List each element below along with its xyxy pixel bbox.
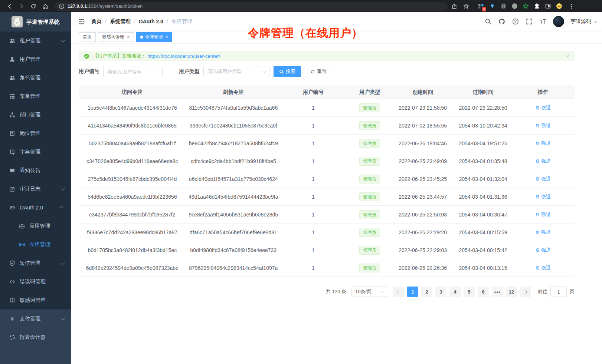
tab-oauth2-token[interactable]: 令牌管理× xyxy=(136,32,173,42)
user-id-input[interactable] xyxy=(103,66,163,77)
column-header: 用户编号 xyxy=(281,85,346,99)
column-header: 访问令牌 xyxy=(79,85,186,99)
force-logout-button[interactable]: 强退 xyxy=(535,247,551,254)
sidebar-item-post[interactable]: 岗位管理 xyxy=(0,124,71,143)
page-button-4[interactable]: 4 xyxy=(449,287,461,297)
sidebar-item-oauth2-token[interactable]: 令牌管理 xyxy=(0,235,71,254)
extension-emoji-icon[interactable] xyxy=(554,2,563,11)
sidebar-item-notice[interactable]: 通知公告 xyxy=(0,161,71,180)
doc-link[interactable]: https://doc.iocoder.cn/user-center/ xyxy=(147,53,220,59)
force-logout-button[interactable]: 强退 xyxy=(535,229,551,236)
site-info-icon[interactable] xyxy=(59,2,65,11)
user-type-select[interactable]: 请选择用户类型 xyxy=(203,66,269,77)
extension-command-icon[interactable] xyxy=(499,2,508,11)
browser-home-icon[interactable] xyxy=(40,2,50,11)
force-logout-button[interactable]: 强退 xyxy=(535,211,551,218)
breadcrumb-item[interactable]: OAuth 2.0 xyxy=(139,19,163,24)
page-button-6[interactable]: 6 xyxy=(478,287,489,297)
pager-more-button[interactable]: ••• xyxy=(492,287,503,297)
extension-record-icon[interactable] xyxy=(510,2,519,11)
font-size-icon[interactable] xyxy=(539,18,547,25)
address-bar[interactable]: 127.0.0.1:1024/system/oauth2/token xyxy=(54,2,448,11)
page-button-3[interactable]: 3 xyxy=(435,287,446,297)
sidebar-item-label: 角色管理 xyxy=(20,75,40,81)
sidebar-item-dict[interactable]: 字典管理 xyxy=(0,143,71,161)
close-icon[interactable]: × xyxy=(566,53,569,59)
page-size-select[interactable]: 10条/页 xyxy=(351,287,387,297)
refresh-token-cell: e6cfd40eb1f54571a31e775e039c4624 xyxy=(186,170,281,188)
force-logout-button[interactable]: 强退 xyxy=(535,105,551,111)
access-token-cell: 54d6be82ee5a460a9aedc1f9bf223656 xyxy=(79,188,186,205)
close-icon[interactable]: × xyxy=(166,34,169,39)
breadcrumb-item[interactable]: 系统管理 xyxy=(110,18,131,25)
browser-menu-icon[interactable] xyxy=(566,2,577,11)
force-logout-button[interactable]: 强退 xyxy=(535,265,551,271)
close-icon[interactable]: × xyxy=(127,34,130,39)
table-row: c342377bf8b344799dcbf7bf095287f29ce8ef2a… xyxy=(79,206,575,224)
sidebar-item-role[interactable]: 角色管理 xyxy=(0,69,71,87)
sidebar-item-oauth2[interactable]: OAuth 2.0 xyxy=(0,198,71,217)
goto-page-input[interactable] xyxy=(550,287,567,297)
sidebar-item-menu[interactable]: 菜单管理 xyxy=(0,87,71,106)
sidebar-item-label: 通知公告 xyxy=(20,167,40,174)
sidebar-menu: 租户管理用户管理角色管理菜单管理部门管理岗位管理字典管理通知公告审计日志OAut… xyxy=(0,32,71,364)
search-button[interactable]: 搜索 xyxy=(274,66,301,77)
avatar[interactable] xyxy=(553,16,564,27)
github-icon[interactable] xyxy=(498,18,506,25)
access-token-cell: 275e5de9151045fe87cbdc395e004f4d xyxy=(79,170,186,188)
sidebar-item-report-designer[interactable]: 报表设计器 xyxy=(0,328,71,347)
reset-button[interactable]: 重置 xyxy=(305,66,332,77)
extension-gem-icon[interactable] xyxy=(488,2,497,11)
tab-home[interactable]: 首页 xyxy=(79,32,96,42)
page-button-1[interactable]: 1 xyxy=(407,287,418,297)
fullscreen-icon[interactable] xyxy=(526,18,533,25)
sidebar-item-user[interactable]: 用户管理 xyxy=(0,50,71,69)
table-body: 1ea5e44f8bc1467aaede43144f31de76811c5304… xyxy=(79,99,575,277)
force-logout-button[interactable]: 强退 xyxy=(535,158,551,165)
prev-page-button[interactable] xyxy=(393,287,404,297)
user-id-cell: 1 xyxy=(281,188,346,205)
page-button-2[interactable]: 2 xyxy=(421,287,432,297)
expire-time-cell: 2054-03-04 00:15:42 xyxy=(452,241,515,259)
browser-back-icon[interactable] xyxy=(4,2,15,11)
help-icon[interactable] xyxy=(512,18,519,25)
force-logout-button[interactable]: 强退 xyxy=(535,176,551,182)
sidebar-item-oauth2-app[interactable]: 应用管理 xyxy=(0,217,71,235)
user-menu[interactable]: 芋道源码 xyxy=(570,18,596,25)
announcement-icon xyxy=(9,168,15,174)
sidebar-item-tenant[interactable]: 租户管理 xyxy=(0,32,71,50)
sidebar-item-sms[interactable]: 短信管理 xyxy=(0,254,71,272)
breadcrumb-item[interactable]: 首页 xyxy=(91,18,102,25)
sidebar-collapse-icon[interactable] xyxy=(77,17,85,26)
bookmark-star-icon[interactable] xyxy=(461,2,471,11)
share-icon[interactable] xyxy=(449,2,459,11)
sidebar-item-sensitive-word[interactable]: 敏感词管理 xyxy=(0,291,71,310)
extension-blocks-icon[interactable]: 9 xyxy=(477,2,485,11)
sidebar-item-pay[interactable]: ¥支付管理 xyxy=(0,310,71,328)
sidebar-item-label: 菜单管理 xyxy=(20,93,40,100)
page-button-5[interactable]: 5 xyxy=(464,287,475,297)
action-cell: 强退 xyxy=(514,152,572,170)
extension-sidebar-icon[interactable] xyxy=(543,2,552,11)
force-logout-button[interactable]: 强退 xyxy=(535,193,551,200)
user-type-badge: 管理员 xyxy=(359,121,380,130)
tab-sensitive-word[interactable]: 敏感词管理× xyxy=(98,32,134,42)
search-icon[interactable] xyxy=(484,18,492,25)
chevron-down-icon xyxy=(262,69,266,73)
force-logout-button[interactable]: 强退 xyxy=(535,140,551,147)
browser-reload-icon[interactable] xyxy=(28,2,39,11)
force-logout-label: 强退 xyxy=(541,247,551,254)
browser-forward-icon[interactable] xyxy=(16,2,27,11)
sidebar-item-audit-log[interactable]: 审计日志 xyxy=(0,180,71,198)
extension-star-icon[interactable] xyxy=(521,2,530,11)
page-button-12[interactable]: 12 xyxy=(506,287,517,297)
force-logout-button[interactable]: 强退 xyxy=(535,122,551,129)
extension-puzzle-icon[interactable] xyxy=(532,2,541,11)
sidebar-item-dept[interactable]: 部门管理 xyxy=(0,106,71,124)
sidebar-item-error-code[interactable]: 错误码管理 xyxy=(0,272,71,291)
expire-time-cell: 2054-03-04 01:32:04 xyxy=(452,170,515,188)
app-logo[interactable]: 芋道管理系统 xyxy=(0,12,71,32)
chevron-right-icon xyxy=(524,290,527,294)
create-time-cell: 2022-07-29 21:58:50 xyxy=(394,99,452,116)
next-page-button[interactable] xyxy=(520,287,531,297)
